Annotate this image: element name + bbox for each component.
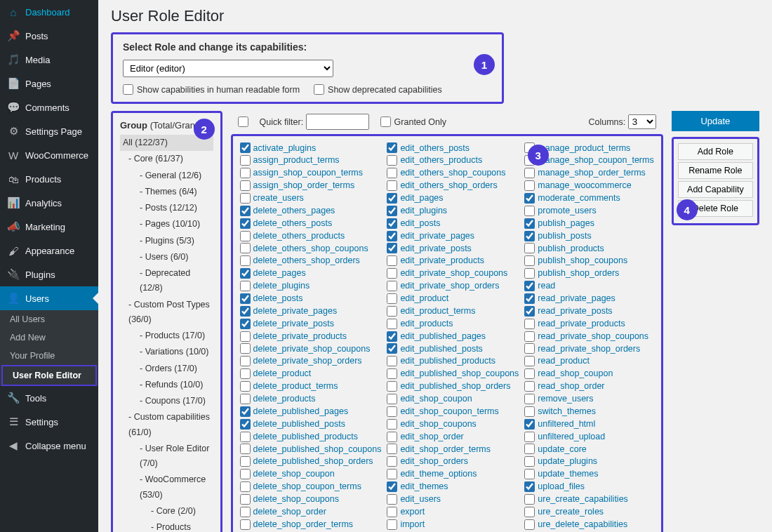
- granted-only-toggle[interactable]: Granted Only: [380, 117, 446, 127]
- sidebar-item-plugins[interactable]: 🔌Plugins: [0, 262, 98, 286]
- capability-item[interactable]: read_product: [524, 355, 653, 368]
- capability-checkbox[interactable]: [387, 142, 397, 153]
- capability-checkbox[interactable]: [524, 193, 535, 204]
- capability-item[interactable]: edit_shop_coupon: [387, 393, 519, 406]
- capability-item[interactable]: delete_private_pages: [240, 305, 382, 317]
- capability-checkbox[interactable]: [387, 331, 397, 342]
- capability-item[interactable]: delete_product_terms: [240, 380, 382, 393]
- capability-item[interactable]: edit_private_shop_orders: [387, 280, 519, 293]
- capability-checkbox[interactable]: [387, 368, 397, 379]
- capability-checkbox[interactable]: [387, 155, 397, 166]
- capability-item[interactable]: edit_published_shop_orders: [387, 380, 519, 393]
- tree-item[interactable]: - Deprecated (12/8): [120, 265, 213, 297]
- tree-item[interactable]: - Core (61/37): [120, 151, 213, 167]
- sidebar-item-posts[interactable]: 📌Posts: [0, 24, 98, 48]
- capability-checkbox[interactable]: [240, 394, 251, 404]
- capability-item[interactable]: unfiltered_upload: [524, 430, 653, 443]
- capability-checkbox[interactable]: [387, 168, 397, 178]
- add-role-button[interactable]: Add Role: [678, 143, 753, 160]
- capability-checkbox[interactable]: [387, 519, 397, 530]
- capability-item[interactable]: activate_plugins: [240, 142, 382, 154]
- capability-checkbox[interactable]: [387, 381, 397, 392]
- capability-item[interactable]: edit_private_pages: [387, 230, 519, 242]
- capability-checkbox[interactable]: [524, 444, 535, 454]
- capability-item[interactable]: delete_others_posts: [240, 217, 382, 230]
- tree-item[interactable]: - Products (17/0): [120, 519, 213, 532]
- capability-checkbox[interactable]: [524, 180, 535, 191]
- capability-item[interactable]: ure_create_capabilities: [524, 493, 653, 506]
- sidebar-item-tools[interactable]: 🔧Tools: [0, 386, 98, 410]
- capability-checkbox[interactable]: [240, 519, 251, 530]
- capability-item[interactable]: publish_shop_orders: [524, 267, 653, 280]
- capability-item[interactable]: edit_private_shop_coupons: [387, 267, 519, 280]
- capability-item[interactable]: delete_private_shop_coupons: [240, 343, 382, 355]
- tree-item[interactable]: - Users (6/0): [120, 249, 213, 265]
- capability-checkbox[interactable]: [524, 368, 535, 379]
- capability-checkbox[interactable]: [387, 193, 397, 204]
- sidebar-item-analytics[interactable]: 📊Analytics: [0, 191, 98, 215]
- capability-checkbox[interactable]: [387, 432, 397, 442]
- tree-item[interactable]: - General (12/6): [120, 168, 213, 184]
- capability-checkbox[interactable]: [240, 206, 251, 216]
- capability-checkbox[interactable]: [524, 319, 535, 329]
- capability-checkbox[interactable]: [524, 293, 535, 304]
- update-button[interactable]: Update: [672, 111, 759, 131]
- capability-item[interactable]: ure_delete_capabilities: [524, 518, 653, 531]
- capability-item[interactable]: edit_published_posts: [387, 343, 519, 355]
- add-capability-button[interactable]: Add Capability: [678, 181, 753, 198]
- capability-item[interactable]: delete_products: [240, 393, 382, 406]
- capability-checkbox[interactable]: [240, 419, 251, 430]
- capability-item[interactable]: update_themes: [524, 468, 653, 481]
- tree-item[interactable]: - Pages (10/10): [120, 216, 213, 232]
- capability-checkbox[interactable]: [524, 494, 535, 505]
- sidebar-item-comments[interactable]: 💬Comments: [0, 95, 98, 119]
- tree-item[interactable]: - Plugins (5/3): [120, 233, 213, 249]
- capability-item[interactable]: upload_files: [524, 481, 653, 493]
- capability-item[interactable]: edit_themes: [387, 481, 519, 493]
- capability-item[interactable]: delete_others_shop_orders: [240, 255, 382, 267]
- capability-checkbox[interactable]: [524, 331, 535, 342]
- capability-item[interactable]: read_private_products: [524, 317, 653, 330]
- capability-checkbox[interactable]: [524, 519, 535, 530]
- capability-checkbox[interactable]: [240, 481, 251, 492]
- capability-item[interactable]: edit_product_terms: [387, 305, 519, 317]
- columns-select[interactable]: 3: [628, 114, 656, 129]
- capability-checkbox[interactable]: [524, 343, 535, 354]
- capability-checkbox[interactable]: [240, 343, 251, 354]
- capability-checkbox[interactable]: [387, 281, 397, 291]
- capability-checkbox[interactable]: [524, 218, 535, 229]
- capability-item[interactable]: edit_posts: [387, 217, 519, 230]
- submenu-your-profile[interactable]: Your Profile: [0, 347, 98, 365]
- capability-checkbox[interactable]: [240, 444, 251, 454]
- capability-checkbox[interactable]: [240, 456, 251, 467]
- capability-checkbox[interactable]: [240, 168, 251, 178]
- capability-checkbox[interactable]: [387, 494, 397, 505]
- capability-checkbox[interactable]: [240, 406, 251, 417]
- capability-item[interactable]: delete_others_products: [240, 230, 382, 242]
- capability-item[interactable]: assign_shop_order_terms: [240, 180, 382, 192]
- sidebar-item-users[interactable]: 👤Users: [0, 286, 98, 310]
- capability-item[interactable]: switch_themes: [524, 405, 653, 418]
- tree-item[interactable]: - Custom capabilities (61/0): [120, 409, 213, 441]
- capability-item[interactable]: delete_shop_order: [240, 505, 382, 518]
- sidebar-item-woocommerce[interactable]: WWooCommerce: [0, 143, 98, 167]
- capability-checkbox[interactable]: [387, 319, 397, 329]
- capability-checkbox[interactable]: [240, 507, 251, 517]
- capability-item[interactable]: read_private_shop_orders: [524, 343, 653, 355]
- capability-checkbox[interactable]: [524, 432, 535, 442]
- capability-checkbox[interactable]: [387, 255, 397, 266]
- capability-checkbox[interactable]: [240, 368, 251, 379]
- capability-checkbox[interactable]: [387, 419, 397, 430]
- capability-checkbox[interactable]: [240, 381, 251, 392]
- submenu-user-role-editor[interactable]: User Role Editor: [1, 365, 97, 386]
- capability-checkbox[interactable]: [524, 268, 535, 279]
- capability-item[interactable]: read_private_pages: [524, 293, 653, 305]
- capability-checkbox[interactable]: [524, 419, 535, 430]
- capability-checkbox[interactable]: [387, 243, 397, 253]
- capability-checkbox[interactable]: [387, 394, 397, 404]
- capability-item[interactable]: delete_shop_coupon: [240, 468, 382, 481]
- capability-checkbox[interactable]: [387, 206, 397, 216]
- capability-checkbox[interactable]: [524, 306, 535, 317]
- tree-item[interactable]: - WooCommerce (53/0): [120, 472, 213, 503]
- sidebar-item-dashboard[interactable]: ⌂Dashboard: [0, 0, 98, 24]
